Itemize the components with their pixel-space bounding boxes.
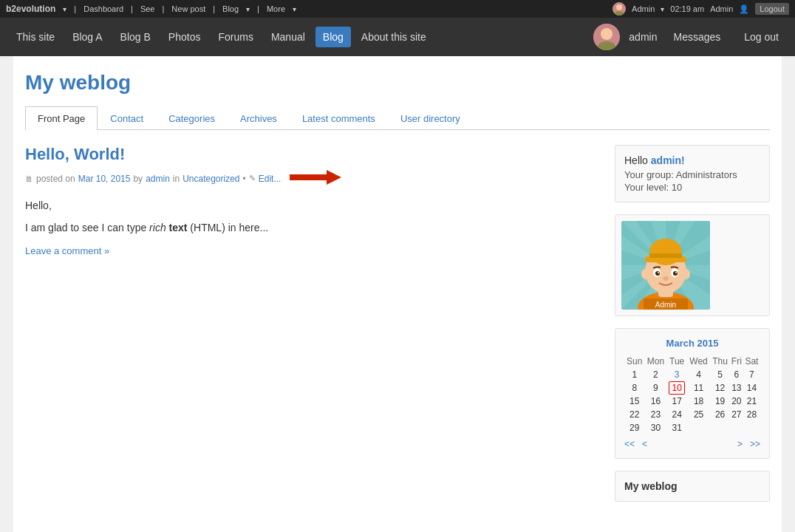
cal-cell: 3 — [666, 368, 686, 381]
red-arrow — [290, 168, 341, 188]
cal-cell: 31 — [666, 421, 686, 434]
cal-cell: 18 — [687, 395, 710, 408]
post-author-link[interactable]: admin — [146, 174, 170, 184]
post-body-prefix: I am glad to see I can type — [25, 222, 149, 233]
nav-manual[interactable]: Manual — [264, 27, 313, 47]
nav-forums[interactable]: Forums — [211, 27, 260, 47]
admin-bar-username[interactable]: Admin — [632, 4, 655, 13]
nav-this-site[interactable]: This site — [9, 27, 62, 47]
admin-bar-left: b2evolution ▾ | Dashboard | See | New po… — [6, 4, 613, 14]
admin-link-see[interactable]: See — [140, 4, 155, 13]
tabs: Front Page Contact Categories Archives L… — [25, 106, 770, 130]
post-body-bold: text — [169, 222, 188, 233]
post-category-link[interactable]: Uncategorized — [182, 174, 239, 184]
cal-header-fri: Fri — [730, 355, 743, 368]
main-content: Hello, World! 🗎 posted on Mar 10, 2015 b… — [25, 145, 600, 514]
post-date-link[interactable]: Mar 10, 2015 — [78, 174, 131, 184]
cal-cell: 6 — [730, 368, 743, 381]
tab-front-page[interactable]: Front Page — [25, 106, 98, 130]
cal-cell: 14 — [743, 381, 760, 395]
cal-header-mon: Mon — [644, 355, 666, 368]
page-title: My weblog — [25, 71, 770, 95]
nav-photos[interactable]: Photos — [161, 27, 208, 47]
widget-avatar: Admin — [615, 214, 770, 316]
post-body-italic: rich — [149, 222, 166, 233]
admin-link-more[interactable]: More — [267, 4, 285, 13]
cal-row-4: 22 23 24 25 26 27 28 — [624, 408, 760, 421]
cal-cell: 21 — [743, 395, 760, 408]
cal-nav-next: > >> — [737, 439, 760, 449]
nav-blog[interactable]: Blog — [315, 27, 351, 47]
cal-cell: 16 — [644, 395, 666, 408]
content-area: Hello, World! 🗎 posted on Mar 10, 2015 b… — [25, 145, 770, 532]
tab-user-directory[interactable]: User directory — [388, 106, 473, 130]
cal-prev[interactable]: < — [642, 439, 647, 449]
hello-line: Hello admin! — [624, 154, 760, 166]
svg-point-28 — [655, 271, 660, 276]
tab-archives[interactable]: Archives — [228, 106, 290, 130]
group-line: Your group: Administrators — [624, 169, 760, 180]
myweblog-title: My weblog — [624, 480, 760, 492]
sep3: | — [162, 4, 164, 13]
post-title: Hello, World! — [25, 145, 600, 164]
leave-comment-link[interactable]: Leave a comment » — [25, 245, 109, 256]
tab-latest-comments[interactable]: Latest comments — [290, 106, 388, 130]
cal-cell — [730, 421, 743, 434]
nav-about[interactable]: About this site — [354, 27, 434, 47]
post-edit-link[interactable]: Edit... — [259, 174, 282, 184]
svg-point-32 — [663, 276, 669, 281]
tab-contact[interactable]: Contact — [98, 106, 156, 130]
cal-cell: 13 — [730, 381, 743, 395]
svg-text:Admin: Admin — [655, 301, 676, 309]
cal-prev-prev[interactable]: << — [624, 439, 635, 449]
svg-point-4 — [601, 28, 613, 40]
post-body: Hello, I am glad to see I can type rich … — [25, 197, 600, 236]
cal-cell: 5 — [710, 368, 730, 381]
admin-bar-logout[interactable]: Logout — [755, 3, 789, 15]
svg-point-29 — [673, 271, 678, 276]
brand-label[interactable]: b2evolution — [6, 4, 55, 14]
post-by: by — [133, 174, 143, 184]
cal-cell: 1 — [624, 368, 644, 381]
cal-header-wed: Wed — [687, 355, 710, 368]
nav-blog-a[interactable]: Blog A — [65, 27, 109, 47]
hello-name: admin! — [651, 154, 685, 166]
sep2: | — [131, 4, 133, 13]
cal-cell: 7 — [743, 368, 760, 381]
cal-next[interactable]: > — [737, 439, 743, 449]
admin-link-blog[interactable]: Blog — [222, 4, 239, 13]
cal-cell: 26 — [710, 408, 730, 421]
cal-cell: 8 — [624, 381, 644, 395]
cal-cell: 29 — [624, 421, 644, 434]
widget-hello: Hello admin! Your group: Administrators … — [615, 145, 770, 202]
svg-point-33 — [641, 269, 649, 279]
nav-logout[interactable]: Log out — [737, 27, 786, 47]
cal-day-3[interactable]: 3 — [675, 369, 680, 380]
cal-header-thu: Thu — [710, 355, 730, 368]
cal-next-next[interactable]: >> — [750, 439, 760, 449]
cal-header-tue: Tue — [666, 355, 686, 368]
user-arrow-icon: ▾ — [661, 5, 664, 13]
calendar-table: Sun Mon Tue Wed Thu Fri Sat 1 — [624, 355, 760, 434]
svg-point-30 — [658, 272, 659, 273]
cal-cell: 27 — [730, 408, 743, 421]
admin-bar: b2evolution ▾ | Dashboard | See | New po… — [0, 0, 795, 18]
cal-cell: 15 — [624, 395, 644, 408]
nav-blog-b[interactable]: Blog B — [113, 27, 158, 47]
svg-point-31 — [675, 272, 677, 273]
nav-messages[interactable]: Messages — [666, 27, 728, 47]
post-meta-sep: • — [243, 174, 246, 184]
doc-icon: 🗎 — [25, 174, 33, 183]
post-meta-prefix: posted on — [36, 174, 75, 184]
svg-marker-6 — [290, 170, 341, 185]
admin-bar-admin-link[interactable]: Admin — [710, 4, 733, 13]
tab-categories[interactable]: Categories — [156, 106, 228, 130]
cal-cell: 24 — [666, 408, 686, 421]
svg-rect-25 — [649, 253, 682, 258]
edit-icon: ✎ — [249, 174, 256, 183]
nav-left: This site Blog A Blog B Photos Forums Ma… — [9, 27, 593, 47]
admin-link-new-post[interactable]: New post — [171, 4, 205, 13]
brand-arrow-icon: ▾ — [63, 5, 66, 13]
admin-link-dashboard[interactable]: Dashboard — [83, 4, 123, 13]
nav-right: admin Messages Log out — [593, 24, 786, 50]
